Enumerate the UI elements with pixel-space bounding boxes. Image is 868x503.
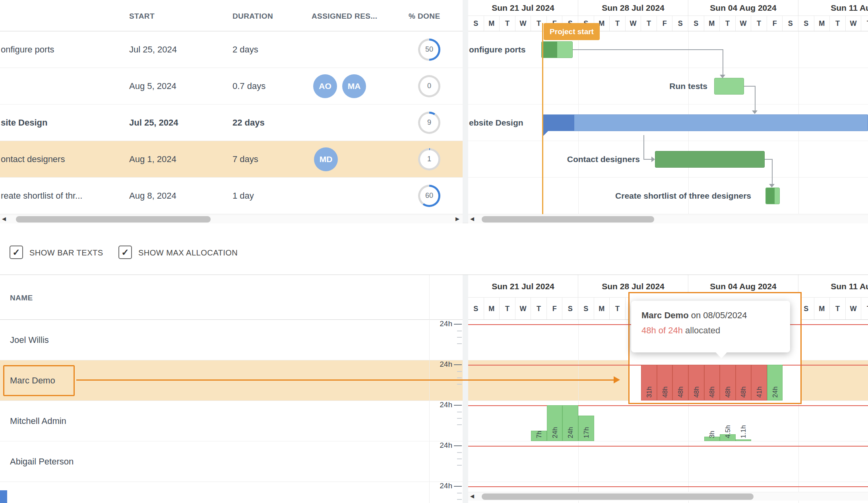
- percent-done-ring: 9: [418, 112, 440, 134]
- gantt-row-contact-designers[interactable]: ontact designers Aug 1, 2024 7 days MD 1: [0, 141, 463, 178]
- day-letter-cell: F: [657, 16, 673, 31]
- tooltip-allocation: 48h of 24h allocated: [641, 325, 780, 336]
- resource-row-joel-willis[interactable]: Joel Willis: [0, 320, 463, 360]
- task-bar-website-design[interactable]: [542, 114, 868, 131]
- histogram-bar-label: 31h: [645, 387, 653, 398]
- gantt-row-run-tests[interactable]: Aug 5, 2024 0.7 days AO MA 0: [0, 68, 463, 104]
- task-bar-create-shortlist[interactable]: [765, 188, 780, 204]
- scrollbar-thumb[interactable]: [482, 493, 754, 500]
- row-gridline: [468, 177, 868, 178]
- day-letter-cell: T: [751, 16, 767, 31]
- scroll-left-icon[interactable]: ◀: [470, 216, 474, 222]
- histogram-bar-label: 3h: [708, 431, 716, 438]
- top-splitter[interactable]: [463, 0, 468, 223]
- column-header-start[interactable]: START: [129, 12, 155, 21]
- show-max-allocation-checkbox[interactable]: ✓: [118, 246, 132, 259]
- column-header-duration[interactable]: DURATION: [232, 12, 273, 21]
- day-letter-cell: T: [641, 16, 657, 31]
- day-letter-cell: M: [704, 16, 720, 31]
- gantt-row-configure-ports[interactable]: onfigure ports Jul 25, 2024 2 days 50: [0, 31, 463, 68]
- day-letter-cell: S: [688, 16, 704, 31]
- resource-name: Joel Willis: [10, 335, 49, 345]
- show-bar-texts-checkbox[interactable]: ✓: [10, 246, 23, 259]
- scrollbar-thumb[interactable]: [482, 216, 654, 222]
- project-start-line: [542, 23, 543, 214]
- histogram-bar-label: 17h: [583, 427, 591, 438]
- marc-demo-highlight-box: [3, 365, 75, 396]
- task-duration: 0.7 days: [232, 81, 265, 91]
- day-header-row: SMTWTFSSMTWTFSSMTWTFSSMTWT: [468, 16, 868, 31]
- corner-scroll-indicator: [0, 490, 7, 503]
- dependency-line: [755, 86, 756, 111]
- day-letter-cell: T: [720, 16, 736, 31]
- day-letter-cell: W: [515, 16, 531, 31]
- task-duration: 7 days: [232, 154, 258, 164]
- histogram-bar-label: 48h: [740, 387, 748, 398]
- row-gridline: [468, 214, 868, 214]
- scrollbar-thumb[interactable]: [16, 216, 211, 222]
- week-header-cell: Sun 21 Jul 2024: [468, 0, 578, 15]
- scroll-left-icon[interactable]: ◀: [2, 216, 6, 222]
- scroll-right-icon[interactable]: ▶: [455, 216, 459, 222]
- task-bar-configure-ports[interactable]: [541, 41, 573, 58]
- day-letter-cell: S: [468, 16, 484, 31]
- histogram-bar[interactable]: [736, 439, 752, 441]
- week-header-cell: Sun 04 Aug 2024: [688, 0, 798, 15]
- dependency-line: [765, 159, 773, 160]
- histogram-bar-label: 41h: [756, 387, 763, 398]
- histogram-bar-label: 24h: [551, 427, 559, 438]
- percent-done-ring: 50: [418, 39, 440, 61]
- dependency-line: [723, 49, 723, 75]
- scroll-left-icon[interactable]: ◀: [470, 493, 474, 499]
- resource-row-abigail-peterson[interactable]: Abigail Peterson: [0, 441, 463, 482]
- dependency-arrow-icon: [769, 184, 775, 188]
- percent-done-ring: 1: [418, 148, 440, 170]
- task-bar-run-tests[interactable]: [714, 78, 744, 95]
- gantt-chart-hscrollbar: ◀: [468, 215, 868, 223]
- day-letter-cell: S: [798, 16, 814, 31]
- dependency-line: [772, 159, 773, 185]
- row-gridline: [468, 141, 868, 141]
- bottom-splitter[interactable]: [463, 275, 468, 503]
- histogram-bar-label: 7h: [535, 431, 543, 438]
- gantt-resource-histogram-app: START DURATION ASSIGNED RES... % DONE on…: [0, 0, 868, 503]
- gantt-grid-header: START DURATION ASSIGNED RES... % DONE: [0, 0, 463, 31]
- task-bar-contact-designers[interactable]: [655, 151, 765, 168]
- column-separator: [429, 275, 430, 503]
- week-header-cell: Sun 28 Jul 2024: [578, 0, 688, 15]
- show-max-allocation-label: SHOW MAX ALLOCATION: [138, 248, 238, 257]
- histogram-bar-label: 48h: [677, 387, 685, 398]
- day-letter-cell: F: [767, 16, 783, 31]
- gantt-row-website-design[interactable]: site Design Jul 25, 2024 22 days 9: [0, 104, 463, 141]
- dependency-arrow-icon: [651, 157, 655, 162]
- task-name: onfigure ports: [1, 44, 54, 55]
- task-duration: 1 day: [232, 191, 254, 201]
- day-letter-cell: M: [814, 16, 830, 31]
- week-header-row: Sun 21 Jul 2024 Sun 28 Jul 2024 Sun 04 A…: [468, 0, 868, 16]
- resource-name: Mitchell Admin: [10, 416, 66, 426]
- gantt-row-create-shortlist[interactable]: reate shortlist of thr... Aug 8, 2024 1 …: [0, 178, 463, 214]
- task-start: Aug 8, 2024: [129, 191, 176, 201]
- highlight-arrow-line: [76, 379, 614, 381]
- task-start: Aug 1, 2024: [129, 154, 176, 164]
- column-header-done[interactable]: % DONE: [409, 12, 440, 21]
- histogram-bar-label: 48h: [708, 387, 716, 398]
- dependency-line: [643, 135, 644, 160]
- dependency-line: [744, 86, 756, 87]
- column-header-resources[interactable]: ASSIGNED RES...: [312, 12, 377, 21]
- gantt-chart: Sun 21 Jul 2024 Sun 28 Jul 2024 Sun 04 A…: [468, 0, 868, 215]
- resource-row-mitchell-admin[interactable]: Mitchell Admin: [0, 401, 463, 441]
- dependency-arrow-icon: [752, 110, 758, 114]
- histogram-bar-label: 1.1h: [740, 425, 748, 438]
- histogram-toolbar: ✓ SHOW BAR TEXTS ✓ SHOW MAX ALLOCATION: [0, 223, 868, 275]
- task-name: site Design: [1, 118, 47, 128]
- column-header-name[interactable]: NAME: [10, 294, 33, 302]
- histogram-bar-label: 48h: [661, 387, 669, 398]
- resource-name: Abigail Peterson: [10, 457, 74, 467]
- histogram-grid-header: NAME: [0, 275, 463, 320]
- week-header-cell: Sun 11 Aug: [798, 0, 868, 15]
- day-letter-cell: T: [861, 16, 868, 31]
- task-start: Aug 5, 2024: [129, 81, 176, 91]
- day-letter-cell: T: [830, 16, 846, 31]
- day-letter-cell: S: [783, 16, 798, 31]
